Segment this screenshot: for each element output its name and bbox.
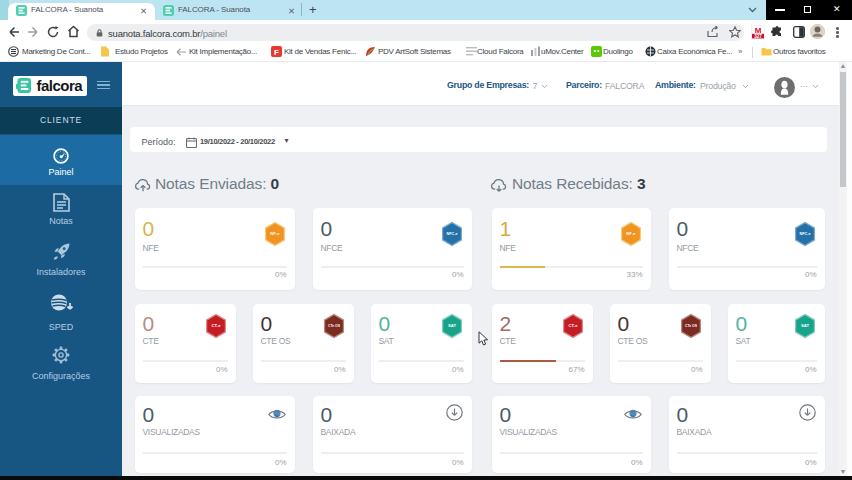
svg-text:NF-e: NF-e	[270, 231, 280, 236]
svg-text:327: 327	[754, 34, 762, 39]
svg-text:SAT: SAT	[448, 323, 457, 328]
svg-text:F: F	[274, 48, 279, 57]
svg-text:CTe OS: CTe OS	[328, 324, 341, 328]
svg-text:CT-e: CT-e	[211, 323, 221, 328]
svg-text:NF-e: NF-e	[626, 231, 636, 236]
svg-text:CTe OS: CTe OS	[685, 324, 698, 328]
svg-text:NFC-e: NFC-e	[799, 232, 810, 236]
svg-text:SAT: SAT	[801, 323, 810, 328]
svg-text:NFC-e: NFC-e	[446, 232, 457, 236]
svg-text:CT-e: CT-e	[568, 323, 578, 328]
